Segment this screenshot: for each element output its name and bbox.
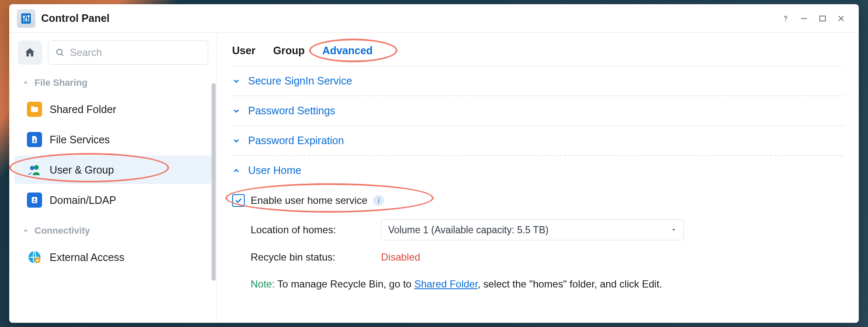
checkbox-label: Enable user home service (251, 195, 367, 206)
accordion-secure-signin[interactable]: Secure SignIn Service (232, 66, 844, 96)
sidebar-item-label: File Services (50, 134, 110, 146)
main-content: User Group Advanced Secure SignIn Servic… (217, 33, 859, 323)
location-select[interactable]: Volume 1 (Available capacity: 5.5 TB) (381, 219, 684, 240)
svg-rect-1 (23, 15, 24, 22)
sidebar-item-domain-ldap[interactable]: Domain/LDAP (14, 186, 212, 214)
sidebar-item-label: Shared Folder (50, 103, 116, 116)
control-panel-icon (17, 9, 35, 28)
section-label: Connectivity (34, 225, 90, 236)
help-icon (781, 14, 790, 23)
accordion-title: Password Settings (248, 105, 335, 117)
section-connectivity[interactable]: Connectivity (9, 222, 217, 241)
search-field-wrap[interactable] (48, 40, 208, 65)
search-input[interactable] (70, 47, 201, 58)
chevron-up-icon (22, 227, 29, 234)
tab-label: Advanced (323, 45, 373, 56)
shared-folder-link[interactable]: Shared Folder (414, 278, 478, 290)
minimize-button[interactable] (795, 9, 813, 28)
location-row: Location of homes: Volume 1 (Available c… (232, 216, 844, 248)
control-panel-window: Control Panel (9, 4, 859, 323)
external-access-icon (27, 250, 42, 265)
accordion-title: User Home (248, 164, 301, 177)
svg-point-14 (34, 198, 36, 200)
home-icon (24, 47, 36, 58)
accordion-password-expiration[interactable]: Password Expiration (232, 126, 844, 156)
section-label: File Sharing (34, 77, 87, 88)
sidebar-item-shared-folder[interactable]: Shared Folder (14, 95, 212, 124)
sidebar-item-file-services[interactable]: File Services (14, 125, 212, 154)
svg-rect-5 (25, 18, 27, 20)
note-text-post: , select the "homes" folder, and click E… (478, 278, 662, 290)
select-value: Volume 1 (Available capacity: 5.5 TB) (388, 224, 548, 236)
window-titlebar: Control Panel (9, 4, 859, 33)
maximize-button[interactable] (813, 9, 832, 28)
help-button[interactable] (776, 9, 795, 28)
window-title: Control Panel (41, 12, 110, 24)
accordion-user-home[interactable]: User Home (232, 156, 844, 185)
sidebar-item-label: Domain/LDAP (50, 194, 116, 206)
recycle-row: Recycle bin status: Disabled (232, 248, 844, 271)
window-body: File Sharing Shared Folder File Services… (9, 33, 859, 323)
check-icon (234, 196, 243, 205)
svg-rect-8 (801, 18, 807, 19)
search-icon (55, 47, 65, 58)
svg-point-7 (785, 21, 786, 21)
svg-rect-2 (26, 15, 27, 22)
tab-group[interactable]: Group (273, 45, 305, 58)
info-button[interactable]: i (373, 195, 384, 206)
domain-ldap-icon (27, 193, 42, 208)
user-home-panel: Enable user home service i Location of h… (232, 185, 844, 290)
svg-point-12 (30, 166, 34, 170)
minimize-icon (800, 14, 808, 23)
maximize-icon (818, 14, 827, 23)
svg-point-11 (34, 165, 39, 170)
tab-user[interactable]: User (232, 45, 256, 58)
svg-rect-4 (23, 16, 25, 18)
sidebar-scrollbar[interactable] (212, 83, 216, 281)
home-button[interactable] (18, 40, 42, 65)
sliders-icon (20, 12, 32, 25)
accordion-title: Password Expiration (248, 134, 344, 147)
section-file-sharing[interactable]: File Sharing (9, 74, 217, 93)
user-group-icon (27, 162, 42, 177)
note-row: Note: To manage Recycle Bin, go to Share… (232, 271, 844, 290)
file-services-icon (27, 132, 42, 147)
chevron-down-icon (232, 137, 241, 145)
close-icon (837, 14, 845, 23)
chevron-down-icon (232, 77, 241, 85)
note-text-pre: To manage Recycle Bin, go to (275, 278, 414, 290)
sidebar-item-label: User & Group (50, 164, 114, 176)
chevron-up-icon (22, 79, 29, 86)
accordion-password-settings[interactable]: Password Settings (232, 96, 844, 126)
sidebar: File Sharing Shared Folder File Services… (9, 33, 217, 323)
svg-rect-9 (820, 16, 825, 21)
accordion-title: Secure SignIn Service (248, 75, 352, 87)
svg-point-10 (57, 49, 62, 55)
caret-down-icon (671, 227, 677, 233)
tab-advanced[interactable]: Advanced (323, 45, 373, 58)
sidebar-item-external-access[interactable]: External Access (14, 243, 212, 272)
note-label: Note: (251, 278, 275, 290)
svg-rect-6 (28, 15, 30, 17)
recycle-status: Disabled (381, 251, 420, 263)
sidebar-item-label: External Access (50, 251, 124, 264)
close-button[interactable] (832, 9, 850, 28)
chevron-down-icon (232, 107, 241, 115)
location-label: Location of homes: (251, 224, 381, 236)
tabs: User Group Advanced (232, 33, 844, 66)
recycle-label: Recycle bin status: (251, 251, 381, 263)
folder-icon (27, 102, 42, 117)
sidebar-item-user-group[interactable]: User & Group (14, 156, 212, 184)
chevron-up-icon (232, 166, 241, 175)
enable-user-home-checkbox[interactable] (232, 194, 245, 207)
